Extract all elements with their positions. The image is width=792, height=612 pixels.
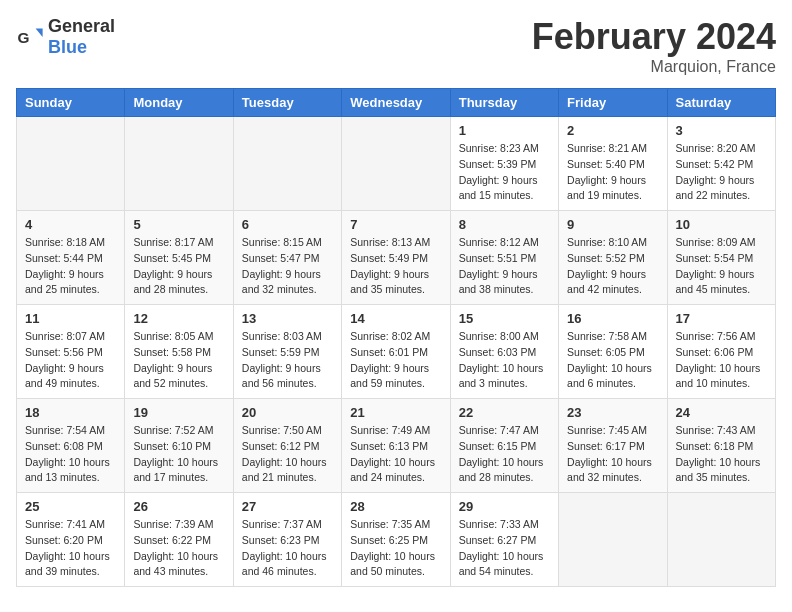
calendar-cell: 23Sunrise: 7:45 AM Sunset: 6:17 PM Dayli… <box>559 399 667 493</box>
day-info: Sunrise: 8:17 AM Sunset: 5:45 PM Dayligh… <box>133 235 224 298</box>
day-number: 24 <box>676 405 767 420</box>
day-header-saturday: Saturday <box>667 89 775 117</box>
calendar-week-4: 18Sunrise: 7:54 AM Sunset: 6:08 PM Dayli… <box>17 399 776 493</box>
day-number: 10 <box>676 217 767 232</box>
day-info: Sunrise: 7:45 AM Sunset: 6:17 PM Dayligh… <box>567 423 658 486</box>
day-number: 26 <box>133 499 224 514</box>
calendar-cell: 25Sunrise: 7:41 AM Sunset: 6:20 PM Dayli… <box>17 493 125 587</box>
svg-text:G: G <box>17 29 29 46</box>
day-info: Sunrise: 7:54 AM Sunset: 6:08 PM Dayligh… <box>25 423 116 486</box>
day-number: 20 <box>242 405 333 420</box>
calendar-cell: 21Sunrise: 7:49 AM Sunset: 6:13 PM Dayli… <box>342 399 450 493</box>
day-number: 2 <box>567 123 658 138</box>
calendar-cell: 11Sunrise: 8:07 AM Sunset: 5:56 PM Dayli… <box>17 305 125 399</box>
calendar-cell: 10Sunrise: 8:09 AM Sunset: 5:54 PM Dayli… <box>667 211 775 305</box>
day-header-sunday: Sunday <box>17 89 125 117</box>
calendar-cell: 20Sunrise: 7:50 AM Sunset: 6:12 PM Dayli… <box>233 399 341 493</box>
day-number: 12 <box>133 311 224 326</box>
day-number: 21 <box>350 405 441 420</box>
day-number: 3 <box>676 123 767 138</box>
day-info: Sunrise: 7:49 AM Sunset: 6:13 PM Dayligh… <box>350 423 441 486</box>
calendar-cell <box>125 117 233 211</box>
calendar-cell: 13Sunrise: 8:03 AM Sunset: 5:59 PM Dayli… <box>233 305 341 399</box>
calendar-cell <box>342 117 450 211</box>
day-info: Sunrise: 7:35 AM Sunset: 6:25 PM Dayligh… <box>350 517 441 580</box>
logo-blue: Blue <box>48 37 87 57</box>
calendar-cell <box>233 117 341 211</box>
day-info: Sunrise: 7:58 AM Sunset: 6:05 PM Dayligh… <box>567 329 658 392</box>
calendar-cell: 3Sunrise: 8:20 AM Sunset: 5:42 PM Daylig… <box>667 117 775 211</box>
calendar-cell: 27Sunrise: 7:37 AM Sunset: 6:23 PM Dayli… <box>233 493 341 587</box>
calendar-cell: 17Sunrise: 7:56 AM Sunset: 6:06 PM Dayli… <box>667 305 775 399</box>
calendar-week-3: 11Sunrise: 8:07 AM Sunset: 5:56 PM Dayli… <box>17 305 776 399</box>
day-info: Sunrise: 8:02 AM Sunset: 6:01 PM Dayligh… <box>350 329 441 392</box>
day-number: 15 <box>459 311 550 326</box>
day-info: Sunrise: 8:07 AM Sunset: 5:56 PM Dayligh… <box>25 329 116 392</box>
day-number: 29 <box>459 499 550 514</box>
calendar-cell: 22Sunrise: 7:47 AM Sunset: 6:15 PM Dayli… <box>450 399 558 493</box>
calendar-cell <box>17 117 125 211</box>
calendar-cell: 19Sunrise: 7:52 AM Sunset: 6:10 PM Dayli… <box>125 399 233 493</box>
day-number: 7 <box>350 217 441 232</box>
day-number: 11 <box>25 311 116 326</box>
day-number: 19 <box>133 405 224 420</box>
calendar-cell: 16Sunrise: 7:58 AM Sunset: 6:05 PM Dayli… <box>559 305 667 399</box>
day-info: Sunrise: 7:41 AM Sunset: 6:20 PM Dayligh… <box>25 517 116 580</box>
calendar-body: 1Sunrise: 8:23 AM Sunset: 5:39 PM Daylig… <box>17 117 776 587</box>
day-info: Sunrise: 7:47 AM Sunset: 6:15 PM Dayligh… <box>459 423 550 486</box>
day-info: Sunrise: 7:43 AM Sunset: 6:18 PM Dayligh… <box>676 423 767 486</box>
day-number: 23 <box>567 405 658 420</box>
calendar-cell: 14Sunrise: 8:02 AM Sunset: 6:01 PM Dayli… <box>342 305 450 399</box>
calendar-cell <box>559 493 667 587</box>
day-number: 17 <box>676 311 767 326</box>
day-info: Sunrise: 7:52 AM Sunset: 6:10 PM Dayligh… <box>133 423 224 486</box>
day-number: 4 <box>25 217 116 232</box>
day-header-monday: Monday <box>125 89 233 117</box>
day-info: Sunrise: 8:12 AM Sunset: 5:51 PM Dayligh… <box>459 235 550 298</box>
day-number: 27 <box>242 499 333 514</box>
calendar-table: SundayMondayTuesdayWednesdayThursdayFrid… <box>16 88 776 587</box>
calendar-cell: 18Sunrise: 7:54 AM Sunset: 6:08 PM Dayli… <box>17 399 125 493</box>
calendar-week-5: 25Sunrise: 7:41 AM Sunset: 6:20 PM Dayli… <box>17 493 776 587</box>
day-number: 1 <box>459 123 550 138</box>
calendar-cell: 4Sunrise: 8:18 AM Sunset: 5:44 PM Daylig… <box>17 211 125 305</box>
day-number: 18 <box>25 405 116 420</box>
day-info: Sunrise: 8:18 AM Sunset: 5:44 PM Dayligh… <box>25 235 116 298</box>
day-info: Sunrise: 8:03 AM Sunset: 5:59 PM Dayligh… <box>242 329 333 392</box>
day-info: Sunrise: 7:39 AM Sunset: 6:22 PM Dayligh… <box>133 517 224 580</box>
calendar-cell: 24Sunrise: 7:43 AM Sunset: 6:18 PM Dayli… <box>667 399 775 493</box>
day-info: Sunrise: 8:23 AM Sunset: 5:39 PM Dayligh… <box>459 141 550 204</box>
day-info: Sunrise: 8:13 AM Sunset: 5:49 PM Dayligh… <box>350 235 441 298</box>
day-number: 14 <box>350 311 441 326</box>
day-info: Sunrise: 8:10 AM Sunset: 5:52 PM Dayligh… <box>567 235 658 298</box>
calendar-cell: 29Sunrise: 7:33 AM Sunset: 6:27 PM Dayli… <box>450 493 558 587</box>
day-info: Sunrise: 7:33 AM Sunset: 6:27 PM Dayligh… <box>459 517 550 580</box>
day-info: Sunrise: 8:05 AM Sunset: 5:58 PM Dayligh… <box>133 329 224 392</box>
svg-marker-1 <box>36 29 43 37</box>
day-header-tuesday: Tuesday <box>233 89 341 117</box>
day-info: Sunrise: 8:21 AM Sunset: 5:40 PM Dayligh… <box>567 141 658 204</box>
day-number: 6 <box>242 217 333 232</box>
calendar-cell: 7Sunrise: 8:13 AM Sunset: 5:49 PM Daylig… <box>342 211 450 305</box>
day-info: Sunrise: 8:20 AM Sunset: 5:42 PM Dayligh… <box>676 141 767 204</box>
day-header-friday: Friday <box>559 89 667 117</box>
header-row: SundayMondayTuesdayWednesdayThursdayFrid… <box>17 89 776 117</box>
main-title: February 2024 <box>532 16 776 58</box>
day-header-wednesday: Wednesday <box>342 89 450 117</box>
day-number: 22 <box>459 405 550 420</box>
logo-general: General <box>48 16 115 36</box>
day-number: 8 <box>459 217 550 232</box>
day-info: Sunrise: 8:00 AM Sunset: 6:03 PM Dayligh… <box>459 329 550 392</box>
calendar-cell: 9Sunrise: 8:10 AM Sunset: 5:52 PM Daylig… <box>559 211 667 305</box>
calendar-cell <box>667 493 775 587</box>
subtitle: Marquion, France <box>532 58 776 76</box>
logo: G General Blue <box>16 16 115 58</box>
calendar-week-2: 4Sunrise: 8:18 AM Sunset: 5:44 PM Daylig… <box>17 211 776 305</box>
day-number: 9 <box>567 217 658 232</box>
day-info: Sunrise: 7:50 AM Sunset: 6:12 PM Dayligh… <box>242 423 333 486</box>
calendar-cell: 6Sunrise: 8:15 AM Sunset: 5:47 PM Daylig… <box>233 211 341 305</box>
day-info: Sunrise: 7:56 AM Sunset: 6:06 PM Dayligh… <box>676 329 767 392</box>
day-number: 25 <box>25 499 116 514</box>
logo-icon: G <box>16 23 44 51</box>
calendar-cell: 28Sunrise: 7:35 AM Sunset: 6:25 PM Dayli… <box>342 493 450 587</box>
